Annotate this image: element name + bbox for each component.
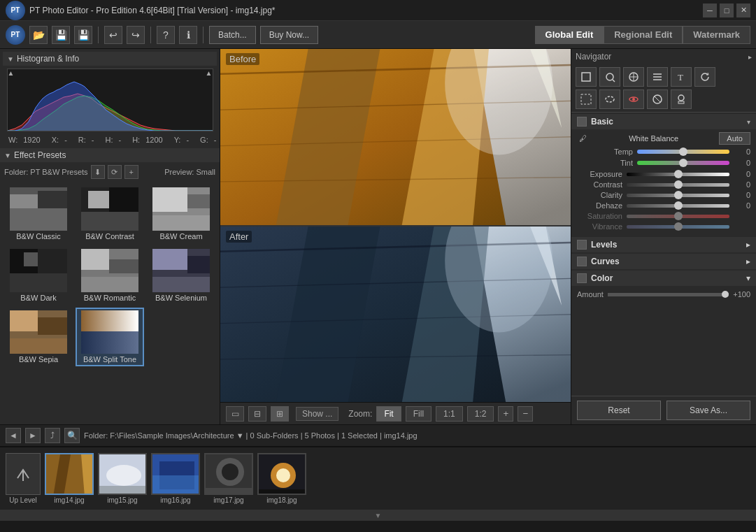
- temp-label: Temp: [577, 148, 633, 156]
- exposure-slider[interactable]: [627, 173, 729, 176]
- film-thumb-2: [151, 453, 200, 495]
- basic-check[interactable]: [577, 117, 587, 127]
- color-section-header[interactable]: Color ▾: [571, 271, 756, 286]
- wb-auto-btn[interactable]: Auto: [719, 132, 750, 145]
- nav-back-btn[interactable]: ◄: [6, 428, 21, 443]
- titlebar-controls[interactable]: ─ □ ✕: [703, 3, 750, 17]
- split-v-view-btn[interactable]: ⊞: [271, 406, 289, 422]
- curves-section-header[interactable]: Curves ▸: [571, 254, 756, 269]
- preset-bw-selenium[interactable]: B&W Selenium: [147, 246, 215, 305]
- reset-button[interactable]: Reset: [577, 401, 661, 420]
- preset-refresh-btn[interactable]: ⟳: [108, 165, 122, 179]
- preset-add-btn[interactable]: +: [124, 165, 138, 179]
- preset-label-bw-contrast: B&W Contrast: [85, 232, 134, 240]
- nav-search-btn[interactable]: 🔍: [64, 428, 80, 443]
- rotate-tool-btn[interactable]: [694, 67, 715, 87]
- temp-value: 0: [734, 148, 750, 156]
- heal-tool-btn[interactable]: [623, 67, 644, 87]
- nav-up-btn[interactable]: ⤴: [45, 428, 60, 443]
- regional-edit-button[interactable]: Regional Edit: [604, 26, 683, 44]
- show-dropdown[interactable]: Show ...: [296, 407, 338, 421]
- zoom-1-2-btn[interactable]: 1:2: [467, 406, 494, 422]
- preset-thumb-bw-cream: [152, 187, 210, 231]
- clarity-slider[interactable]: [627, 194, 729, 197]
- preset-bw-cream[interactable]: B&W Cream: [147, 185, 215, 243]
- before-view: Before: [220, 49, 571, 227]
- color-amount-row: Amount +100: [571, 287, 756, 301]
- crop2-tool-btn[interactable]: [576, 89, 597, 109]
- svg-rect-10: [187, 194, 210, 208]
- crop-tool-btn[interactable]: [576, 67, 597, 87]
- single-view-btn[interactable]: ▭: [226, 406, 244, 422]
- tint-slider[interactable]: [637, 161, 729, 165]
- film-item-1[interactable]: img15.jpg: [98, 453, 147, 504]
- preset-bw-sepia[interactable]: B&W Sepia: [4, 308, 73, 366]
- color-check[interactable]: [577, 273, 587, 283]
- temp-slider[interactable]: [637, 150, 729, 154]
- close-button[interactable]: ✕: [736, 3, 750, 17]
- split-h-view-btn[interactable]: ⊟: [248, 406, 266, 422]
- lens-tool-btn[interactable]: [599, 67, 620, 87]
- saturation-slider[interactable]: [627, 215, 729, 218]
- film-item-2[interactable]: img16.jpg: [151, 453, 200, 504]
- preset-download-btn[interactable]: ⬇: [91, 165, 105, 179]
- hist-row-1: W: 1920 X: - R: - H: -: [8, 136, 121, 144]
- global-edit-button[interactable]: Global Edit: [535, 26, 604, 44]
- stamp-tool-btn[interactable]: [671, 89, 692, 109]
- dehaze-slider[interactable]: [627, 204, 729, 208]
- film-item-4[interactable]: img18.jpg: [257, 453, 306, 504]
- film-up-level[interactable]: Up Level: [6, 453, 41, 504]
- levels-check[interactable]: [577, 240, 587, 250]
- svg-rect-69: [678, 101, 684, 103]
- zoom-fill-btn[interactable]: Fill: [406, 406, 432, 422]
- levels-section-header[interactable]: Levels ▸: [571, 237, 756, 252]
- open-button[interactable]: 📂: [29, 26, 48, 44]
- adjust-tool-btn[interactable]: [647, 67, 668, 87]
- curves-check[interactable]: [577, 257, 587, 266]
- navigator-label: Navigator: [576, 52, 611, 62]
- zoom-in-btn[interactable]: +: [498, 406, 513, 422]
- info-button[interactable]: ℹ: [179, 26, 197, 44]
- nav-forward-btn[interactable]: ►: [25, 428, 41, 443]
- vibrance-slider[interactable]: [627, 225, 729, 229]
- wb-eyedropper[interactable]: 🖋: [577, 134, 588, 143]
- r-label: R:: [78, 136, 86, 144]
- batch-button[interactable]: Batch...: [209, 26, 256, 44]
- save-button[interactable]: 💾: [52, 26, 70, 44]
- watermark-button[interactable]: Watermark: [683, 26, 750, 44]
- bottom-scroll-btn[interactable]: ▼: [0, 510, 756, 521]
- folder-label: Folder: PT B&W Presets: [4, 168, 88, 176]
- redo-button[interactable]: ↪: [127, 26, 145, 44]
- zoom-1-1-btn[interactable]: 1:1: [436, 406, 463, 422]
- saveas-button[interactable]: 💾: [74, 26, 92, 44]
- text-tool-btn[interactable]: T: [671, 67, 692, 87]
- histogram-title: Histogram & Info: [17, 54, 79, 64]
- redeye-tool-btn red-eye[interactable]: [623, 89, 644, 109]
- preset-bw-dark[interactable]: B&W Dark: [4, 246, 73, 305]
- buynow-button[interactable]: Buy Now...: [260, 26, 318, 44]
- help-button[interactable]: ?: [157, 26, 175, 44]
- svg-rect-15: [10, 273, 67, 292]
- presets-header[interactable]: ▼ Effect Presets: [0, 148, 220, 162]
- liquify-tool-btn[interactable]: [647, 89, 668, 109]
- levels-label: Levels: [591, 240, 742, 250]
- after-label: After: [226, 231, 252, 243]
- film-item-3[interactable]: img17.jpg: [204, 453, 253, 504]
- contrast-slider[interactable]: [627, 183, 729, 187]
- histogram-canvas: ▲ ▲: [7, 69, 213, 131]
- undo-button[interactable]: ↩: [104, 26, 122, 44]
- amount-slider[interactable]: [608, 293, 729, 296]
- histogram-header[interactable]: ▼ Histogram & Info: [3, 52, 217, 66]
- maximize-button[interactable]: □: [720, 3, 734, 17]
- zoom-fit-btn[interactable]: Fit: [376, 406, 401, 422]
- minimize-button[interactable]: ─: [703, 3, 717, 17]
- preset-bw-classic[interactable]: B&W Classic: [4, 185, 73, 243]
- preset-bw-contrast[interactable]: B&W Contrast: [76, 185, 144, 243]
- lasso-tool-btn[interactable]: [599, 89, 620, 109]
- saveas-button[interactable]: Save As...: [666, 401, 750, 420]
- zoom-out-btn[interactable]: −: [518, 406, 533, 422]
- preset-bw-romantic[interactable]: B&W Romantic: [76, 246, 144, 305]
- basic-section-header[interactable]: Basic ▾: [571, 114, 756, 129]
- film-item-0[interactable]: img14.jpg: [45, 453, 94, 504]
- preset-bw-split-tone[interactable]: B&W Split Tone: [76, 308, 144, 366]
